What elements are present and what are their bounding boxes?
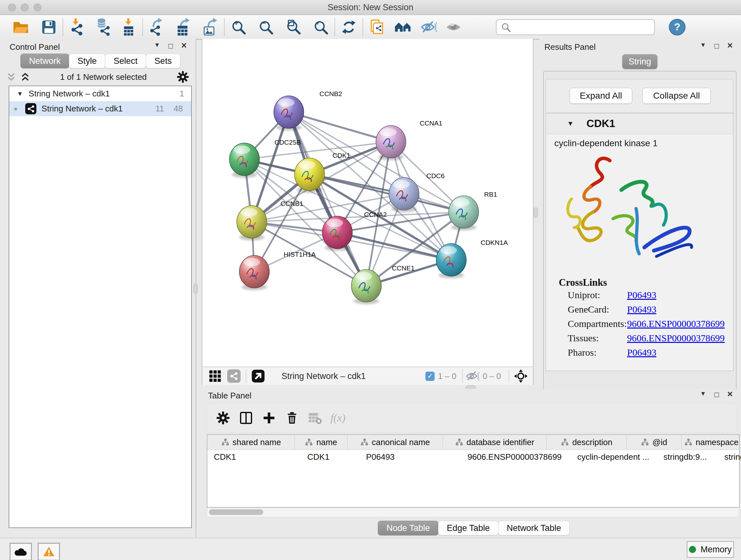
delete-button[interactable] bbox=[280, 412, 304, 424]
table-row[interactable]: CDK1CDK1P064939606.ENSP00000378699cyclin… bbox=[207, 450, 739, 464]
tab-edge-table[interactable]: Edge Table bbox=[438, 521, 498, 536]
export-network-button[interactable] bbox=[147, 17, 166, 37]
fx-icon: f(x) bbox=[330, 412, 345, 424]
tab-style[interactable]: Style bbox=[69, 54, 105, 68]
gene-header[interactable]: ▼ CDK1 bbox=[546, 113, 733, 134]
search-field[interactable] bbox=[496, 19, 655, 35]
scrollbar-thumb[interactable] bbox=[209, 509, 263, 515]
crosslink-link[interactable]: P06493 bbox=[627, 347, 657, 361]
expand-all-button[interactable]: Expand All bbox=[569, 88, 632, 104]
cloud-status-button[interactable] bbox=[10, 543, 32, 560]
share-document-button[interactable] bbox=[367, 17, 386, 37]
column-header-shared-name[interactable]: shared name bbox=[207, 435, 295, 449]
hide-selected-button[interactable] bbox=[419, 17, 438, 37]
control-panel-float-icon[interactable]: □ bbox=[169, 42, 173, 51]
collapse-all-icon[interactable] bbox=[6, 72, 16, 82]
table-cell[interactable]: CDK1 bbox=[207, 450, 301, 464]
tab-string[interactable]: String bbox=[622, 54, 657, 69]
zoom-selected-button[interactable]: ✓ bbox=[312, 17, 330, 37]
network-node-CDC25B[interactable]: CDC25B bbox=[229, 138, 301, 178]
add-column-button[interactable] bbox=[234, 412, 258, 424]
control-panel-close-icon[interactable]: × bbox=[181, 42, 187, 51]
network-row[interactable]: ● String Network – cdk1 11 48 bbox=[9, 101, 191, 116]
network-view[interactable]: CCNB2CCNA1CDC25BCDK1CDC6RB1CCNB1CCNA2HIS… bbox=[202, 39, 534, 367]
left-splitter-grip[interactable] bbox=[193, 284, 198, 294]
expand-all-icon[interactable] bbox=[20, 72, 30, 82]
column-header-description[interactable]: description bbox=[547, 435, 627, 449]
collapse-all-button[interactable]: Collapse All bbox=[643, 88, 711, 104]
function-builder-button-disabled[interactable]: f(x) bbox=[327, 412, 349, 424]
tab-network-table[interactable]: Network Table bbox=[498, 521, 570, 536]
check-glyph: ✓ bbox=[427, 372, 433, 380]
table-cell[interactable]: 9606.ENSP00000378699 bbox=[461, 450, 571, 464]
crosslink-link[interactable]: P06493 bbox=[627, 304, 657, 318]
homes-button[interactable] bbox=[394, 17, 412, 37]
refresh-network-button[interactable] bbox=[340, 17, 358, 37]
table-panel-float-icon[interactable]: □ bbox=[715, 390, 719, 399]
network-edge[interactable] bbox=[289, 112, 391, 142]
recenter-button[interactable] bbox=[514, 369, 528, 383]
table-cell[interactable]: stringdb bbox=[718, 450, 741, 464]
column-header-database-identifier[interactable]: database identifier bbox=[443, 435, 547, 449]
network-node-RB1[interactable]: RB1 bbox=[449, 191, 497, 231]
footer-separator bbox=[246, 369, 246, 383]
table-settings-button[interactable] bbox=[212, 411, 234, 425]
control-panel-collapse-icon[interactable]: ▼ bbox=[154, 42, 160, 51]
help-button[interactable]: ? bbox=[669, 19, 685, 36]
share-view-button[interactable] bbox=[227, 369, 241, 383]
table-horizontal-scrollbar[interactable] bbox=[207, 508, 739, 517]
results-panel-collapse-icon[interactable]: ▼ bbox=[700, 42, 706, 51]
table-cell[interactable]: P06493 bbox=[360, 450, 461, 464]
results-panel-float-icon[interactable]: □ bbox=[715, 42, 719, 51]
table-panel-collapse-icon[interactable]: ▼ bbox=[700, 390, 706, 399]
import-network-button[interactable] bbox=[68, 17, 86, 37]
table-cell[interactable]: stringdb:9... bbox=[657, 450, 718, 464]
gear-icon[interactable] bbox=[177, 71, 189, 83]
tab-network[interactable]: Network bbox=[20, 54, 69, 68]
tab-select[interactable]: Select bbox=[105, 54, 146, 68]
network-node-CCNE1[interactable]: CCNE1 bbox=[351, 264, 414, 304]
zoom-fit-button[interactable] bbox=[284, 17, 302, 37]
import-network-from-database-button[interactable] bbox=[93, 17, 112, 37]
network-collection-row[interactable]: ▼ String Network – cdk1 1 bbox=[9, 86, 191, 101]
add-row-button[interactable] bbox=[258, 412, 280, 424]
network-node-CDKN1A[interactable]: CDKN1A bbox=[436, 239, 508, 278]
memory-button[interactable]: Memory bbox=[687, 541, 734, 558]
zoom-in-button[interactable]: + bbox=[229, 17, 248, 37]
crosslink-link[interactable]: 9606.ENSP00000378699 bbox=[627, 318, 725, 333]
right-splitter-grip[interactable] bbox=[534, 207, 538, 218]
crosslink-link[interactable]: P06493 bbox=[627, 290, 657, 304]
triangle-down-icon[interactable]: ▼ bbox=[17, 90, 23, 98]
selected-checkbox[interactable]: ✓ bbox=[425, 372, 434, 381]
network-node-CCNA1[interactable]: CCNA1 bbox=[376, 119, 442, 160]
export-image-button[interactable] bbox=[201, 17, 219, 37]
save-session-button[interactable] bbox=[40, 17, 58, 37]
table-cell[interactable]: CDK1 bbox=[301, 450, 360, 464]
network-node-CDC6[interactable]: CDC6 bbox=[389, 172, 445, 212]
open-in-window-button[interactable] bbox=[252, 369, 265, 383]
column-header-canonical-name[interactable]: canonical name bbox=[347, 435, 443, 449]
search-input[interactable] bbox=[514, 22, 654, 32]
results-panel-close-icon[interactable]: × bbox=[727, 42, 733, 51]
crosslink-link[interactable]: 9606.ENSP00000378699 bbox=[627, 333, 725, 347]
zoom-out-button[interactable]: − bbox=[257, 17, 275, 37]
open-session-button[interactable] bbox=[11, 17, 30, 37]
table-panel-close-icon[interactable]: × bbox=[727, 390, 733, 399]
network-node-HIST1H1A[interactable]: HIST1H1A bbox=[239, 251, 316, 290]
status-bar: Memory bbox=[0, 538, 741, 560]
triangle-down-icon[interactable]: ▼ bbox=[567, 120, 574, 127]
import-table-button[interactable] bbox=[119, 17, 138, 37]
warnings-button[interactable] bbox=[38, 543, 60, 560]
table-cell[interactable]: cyclin-dependent ... bbox=[571, 450, 657, 464]
column-header-namespace[interactable]: namespace bbox=[682, 435, 741, 449]
column-header-name[interactable]: name bbox=[295, 435, 347, 449]
birdseye-button[interactable] bbox=[209, 370, 221, 382]
tab-node-table[interactable]: Node Table bbox=[378, 521, 439, 536]
show-all-button[interactable] bbox=[444, 17, 463, 37]
tab-sets[interactable]: Sets bbox=[146, 54, 180, 68]
column-header--id[interactable]: @id bbox=[627, 435, 682, 449]
network-edge[interactable] bbox=[289, 112, 366, 286]
export-table-button[interactable] bbox=[174, 17, 193, 37]
crosslinks-title: CrossLinks bbox=[559, 277, 607, 288]
delete-table-button-disabled[interactable] bbox=[304, 412, 327, 424]
